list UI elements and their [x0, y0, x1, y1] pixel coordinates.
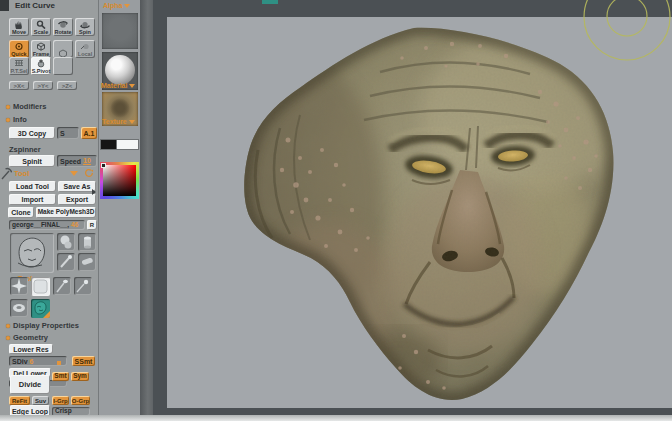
local-button[interactable]: Local — [75, 40, 95, 58]
s-slider-label: S — [60, 130, 65, 137]
axis-z-button[interactable]: >Z< — [57, 81, 77, 90]
quick-icon — [13, 42, 25, 51]
divider-tray[interactable] — [140, 0, 153, 421]
edit-curve-menu[interactable]: Edit Curve — [15, 2, 55, 10]
spivot-label: S.Pivot — [32, 68, 51, 75]
color-picker-gradient[interactable] — [103, 165, 136, 196]
modifiers-section[interactable]: Modifiers — [6, 103, 46, 111]
s-slider[interactable]: S — [57, 127, 79, 139]
ogrp-button[interactable]: O-Grp — [71, 396, 90, 405]
tool-thumb-cylinder[interactable] — [78, 233, 96, 251]
pivot-sphere-icon — [35, 59, 47, 68]
current-tool-preview[interactable] — [10, 233, 54, 273]
material-header[interactable]: Material — [101, 82, 135, 89]
tool-thumb-brush1[interactable] — [57, 253, 75, 271]
crisp-label: Crisp — [55, 408, 72, 415]
sculpt-viewport[interactable] — [153, 0, 672, 421]
alpha-arrow-icon — [124, 4, 130, 8]
a1-button[interactable]: A.1 — [81, 127, 97, 139]
sdiv-slider[interactable]: SDiv 6 — [9, 356, 67, 366]
frame-button[interactable]: Frame — [31, 40, 51, 58]
hand-icon — [13, 20, 25, 29]
tool-thumb-torus[interactable] — [10, 299, 28, 317]
primary-color-swatch[interactable] — [101, 140, 116, 149]
axis-x-button[interactable]: >X< — [9, 81, 29, 90]
grid-icon — [13, 59, 25, 68]
speed-slider[interactable]: Speed 10 — [57, 155, 97, 167]
bottom-strip — [0, 415, 672, 421]
texture-header[interactable]: Texture — [102, 118, 135, 125]
scale-label: Scale — [34, 29, 48, 36]
divide-button[interactable]: Divide — [10, 375, 50, 394]
alpha-label: Alpha — [103, 2, 122, 9]
load-tool-button[interactable]: Load Tool — [9, 181, 56, 192]
texture-detail — [110, 98, 130, 118]
zbrush-window: Edit Curve Move Scale Rotate Spin Quick … — [0, 0, 672, 421]
3d-copy-button[interactable]: 3D Copy — [9, 127, 55, 139]
make-polymesh3d-button[interactable]: Make PolyMesh3D — [36, 207, 96, 218]
info-section[interactable]: Info — [6, 116, 27, 124]
geometry-label: Geometry — [13, 334, 48, 342]
geometry-section[interactable]: Geometry — [6, 334, 48, 342]
igrp-button[interactable]: I-Grp — [52, 396, 69, 405]
color-picker-marker-icon — [102, 164, 105, 167]
tool-name-field[interactable]: george__FINAL__, 46 — [9, 220, 85, 230]
tool-refresh-icon[interactable] — [84, 168, 94, 178]
tool-dropdown-arrow-icon[interactable] — [70, 171, 78, 176]
scale-button[interactable]: Scale — [31, 18, 51, 36]
info-bullet-icon — [6, 118, 10, 122]
tool-section-title[interactable]: Tool — [14, 170, 29, 178]
move-button[interactable]: Move — [9, 18, 29, 36]
spin-icon — [79, 20, 91, 29]
refit-button[interactable]: ReFit — [9, 396, 30, 405]
corner-box — [0, 0, 9, 11]
save-as-button[interactable]: Save As — [58, 181, 96, 192]
rotate-label: Rotate — [54, 29, 71, 36]
spinit-button[interactable]: SpinIt — [9, 155, 55, 167]
alpha-header[interactable]: Alpha — [103, 2, 130, 9]
spin-button[interactable]: Spin — [75, 18, 95, 36]
display-properties-label: Display Properties — [13, 322, 79, 330]
left-tray-panel: Edit Curve Move Scale Rotate Spin Quick … — [0, 0, 99, 415]
ptsel-button[interactable]: P.T.Sel — [9, 57, 29, 75]
sdiv-label: SDiv — [12, 358, 28, 365]
import-button[interactable]: Import — [9, 194, 56, 205]
tool-thumb-capsule[interactable] — [78, 253, 96, 271]
spivot-button[interactable]: S.Pivot — [31, 57, 51, 75]
color-picker[interactable] — [100, 162, 139, 199]
tool-thumb-brush3[interactable] — [74, 277, 92, 295]
panel-grip-arrow-icon[interactable] — [92, 189, 96, 195]
quick-button[interactable]: Quick — [9, 40, 29, 58]
zspinner-label: Zspinner — [9, 146, 41, 154]
smt-button[interactable]: Smt — [52, 372, 69, 381]
tool-thumb-cube[interactable] — [31, 277, 50, 296]
sdiv-value: 6 — [30, 358, 34, 365]
info-label: Info — [13, 116, 27, 124]
tool-name-text: george__FINAL__, — [12, 222, 69, 229]
texture-arrow-icon — [129, 120, 135, 124]
pick-tool-icon — [1, 167, 12, 180]
suv-button[interactable]: Suv — [32, 396, 49, 405]
local-sphere-icon — [79, 42, 91, 51]
tool-thumb-brush2[interactable] — [53, 277, 71, 295]
lower-res-button[interactable]: Lower Res — [9, 344, 53, 354]
alpha-thumbnail[interactable] — [102, 13, 138, 49]
sdiv-notch-icon[interactable] — [57, 361, 61, 365]
display-properties-section[interactable]: Display Properties — [6, 322, 79, 330]
axis-y-button[interactable]: >Y< — [33, 81, 53, 90]
sym-button[interactable]: Sym — [71, 372, 89, 381]
magnifier-icon — [35, 20, 47, 29]
ssmt-button[interactable]: SSmt — [72, 356, 95, 366]
export-button[interactable]: Export — [58, 194, 96, 205]
speed-label: Speed — [60, 158, 81, 165]
clone-button[interactable]: Clone — [8, 207, 34, 218]
tool-thumb-selected-head[interactable] — [31, 299, 50, 318]
cube-mode-button[interactable] — [53, 40, 73, 58]
rotate-button[interactable]: Rotate — [53, 18, 73, 36]
tool-thumb-star[interactable] — [10, 277, 28, 295]
r-button[interactable]: R — [87, 220, 97, 230]
secondary-color-swatch[interactable] — [117, 140, 138, 149]
geometry-bullet-icon — [6, 336, 10, 340]
blank-pivot-button[interactable] — [53, 57, 73, 75]
tool-thumb-spheres[interactable] — [57, 233, 75, 251]
